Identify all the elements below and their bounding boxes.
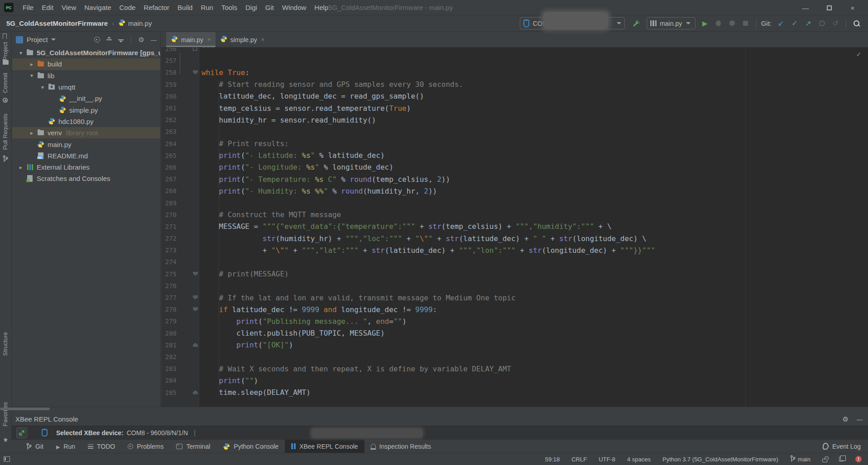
inspections-ok-icon[interactable]: ✓	[856, 50, 862, 58]
chevron-right-icon[interactable]: ▸	[27, 61, 37, 67]
hide-panel-button[interactable]	[857, 415, 863, 423]
code-editor[interactable]: 256"""257258while True:259 # Start readi…	[161, 47, 868, 407]
error-indicator[interactable]: !	[855, 456, 862, 462]
sidebar-tab-pull-requests[interactable]: Pull Requests	[2, 114, 9, 150]
project-panel-title[interactable]: Project	[27, 36, 48, 43]
tool-tab-xbee-repl-console[interactable]: XBee REPL Console	[285, 440, 364, 453]
menu-item-run[interactable]: Run	[197, 4, 217, 11]
tool-tab-terminal[interactable]: Terminal	[170, 440, 216, 453]
git-branch-widget[interactable]: main	[790, 455, 810, 463]
tool-tab-inspection-results[interactable]: Inspection Results	[364, 440, 437, 453]
run-button[interactable]: ▶	[698, 19, 712, 28]
status-item[interactable]: Python 3.7 (5G_ColdAssetMonitorFirmware)	[662, 456, 778, 463]
fold-marker-icon[interactable]	[193, 390, 198, 394]
chevron-down-icon[interactable]: ▾	[27, 72, 37, 79]
git-update-button[interactable]: ↙	[774, 19, 788, 28]
tree-row-lib[interactable]: ▾lib	[12, 70, 160, 81]
fold-marker-icon[interactable]	[193, 307, 198, 311]
tree-row-venv[interactable]: ▸venvlibrary root	[12, 127, 160, 138]
coverage-button[interactable]	[725, 20, 739, 26]
collapse-all-button[interactable]	[118, 37, 124, 43]
breadcrumb-file[interactable]: main.py	[128, 19, 152, 27]
fold-column[interactable]	[177, 339, 200, 351]
menu-item-edit[interactable]: Edit	[38, 4, 58, 11]
tool-tab-python-console[interactable]: Python Console	[216, 440, 285, 453]
search-everywhere-button[interactable]	[850, 20, 863, 27]
layers-icon[interactable]	[839, 457, 844, 461]
menu-item-refactor[interactable]: Refactor	[139, 4, 173, 11]
locate-file-button[interactable]	[94, 37, 100, 43]
menu-item-window[interactable]: Window	[278, 4, 310, 11]
fold-column[interactable]	[177, 66, 200, 78]
tree-row-readme.md[interactable]: README.md	[12, 150, 160, 161]
menu-item-view[interactable]: View	[58, 4, 80, 11]
status-item[interactable]: 59:18	[545, 456, 560, 463]
tool-window-toggle-icon[interactable]	[4, 456, 10, 462]
run-config-combo[interactable]: main.py	[647, 17, 695, 29]
fold-column[interactable]	[177, 304, 200, 315]
chevron-down-icon[interactable]: ▾	[16, 50, 26, 56]
tree-row-build[interactable]: ▸build	[12, 58, 160, 70]
menu-item-navigate[interactable]: Navigate	[80, 4, 115, 11]
sidebar-tab-commit[interactable]: Commit	[2, 73, 9, 93]
tool-tab-problems[interactable]: Problems	[121, 440, 170, 453]
minimize-button[interactable]: —	[794, 4, 817, 12]
fold-marker-icon[interactable]	[193, 272, 198, 276]
history-button[interactable]	[815, 20, 829, 26]
editor-tab-main-py[interactable]: main.py×	[166, 32, 216, 47]
fold-marker-icon[interactable]	[193, 295, 198, 299]
tool-tab-run[interactable]: Run	[50, 440, 82, 453]
breadcrumb-project[interactable]: 5G_ColdAssetMonitorFirmware	[6, 19, 108, 27]
tree-row-simple.py[interactable]: simple.py	[12, 104, 160, 115]
menu-item-file[interactable]: File	[19, 4, 38, 11]
tool-tab-git[interactable]: Git	[20, 440, 50, 453]
event-log-button[interactable]: Event Log	[823, 440, 861, 453]
fold-marker-icon[interactable]	[193, 343, 198, 347]
tree-row-scratches[interactable]: Scratches and Consoles	[12, 173, 160, 184]
tree-row-external[interactable]: ▸External Libraries	[12, 161, 160, 173]
menu-item-build[interactable]: Build	[173, 4, 197, 11]
xbee-configure-button[interactable]	[629, 19, 643, 28]
status-item[interactable]: UTF-8	[599, 456, 615, 463]
fold-column[interactable]	[177, 292, 200, 304]
menu-item-digi[interactable]: Digi	[241, 4, 261, 11]
tree-row-umqtt[interactable]: ▾umqtt	[12, 81, 160, 93]
menu-item-code[interactable]: Code	[115, 4, 139, 11]
close-icon[interactable]: ×	[207, 36, 211, 43]
tree-row-5g_coldassetmonitorfirmware[interactable]: ▾5G_ColdAssetMonitorFirmware [gps_uart	[12, 47, 160, 58]
chevron-right-icon[interactable]: ▸	[27, 130, 37, 136]
chevron-down-icon[interactable]: ▾	[38, 84, 48, 90]
maximize-button[interactable]	[817, 4, 841, 12]
sidebar-tab-project[interactable]: Project	[2, 42, 9, 60]
tree-row-hdc1080.py[interactable]: hdc1080.py	[12, 116, 160, 127]
close-icon[interactable]: ×	[261, 36, 265, 43]
fold-column[interactable]	[177, 386, 200, 398]
fold-column[interactable]	[177, 268, 200, 280]
sidebar-tab-favorites[interactable]: Favorites	[2, 402, 9, 426]
tool-tab-todo[interactable]: TODO	[82, 440, 121, 453]
close-button[interactable]: ×	[841, 4, 864, 12]
fold-column[interactable]	[177, 47, 200, 55]
sidebar-tab-structure[interactable]: Structure	[2, 332, 9, 356]
connect-button[interactable]	[16, 427, 27, 438]
horizontal-scrollbar[interactable]	[0, 408, 50, 410]
tree-row-main.py[interactable]: main.py	[12, 138, 160, 150]
menu-item-git[interactable]: Git	[261, 4, 278, 11]
debug-button[interactable]	[712, 20, 725, 26]
expand-all-button[interactable]	[106, 37, 112, 43]
menu-item-tools[interactable]: Tools	[217, 4, 241, 11]
chevron-right-icon[interactable]: ▸	[16, 164, 26, 171]
editor-tab-simple-py[interactable]: simple.py×	[216, 32, 269, 47]
fold-marker-icon[interactable]	[193, 47, 197, 51]
status-item[interactable]: CRLF	[571, 456, 587, 463]
git-push-button[interactable]: ↗	[801, 19, 815, 28]
stop-button[interactable]	[739, 21, 753, 26]
tree-row-__init__.py[interactable]: __init__.py	[12, 93, 160, 104]
git-commit-button[interactable]: ✓	[788, 19, 801, 28]
fold-marker-icon[interactable]	[193, 70, 198, 74]
unlock-icon[interactable]	[822, 459, 827, 462]
gear-icon[interactable]	[843, 415, 849, 423]
gear-icon[interactable]	[139, 36, 144, 44]
status-item[interactable]: 4 spaces	[627, 456, 651, 463]
rollback-button[interactable]: ↺	[829, 19, 842, 28]
